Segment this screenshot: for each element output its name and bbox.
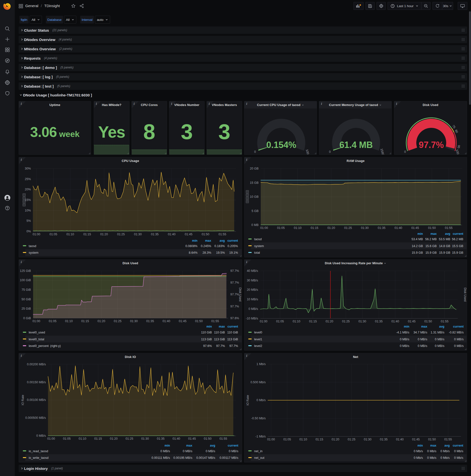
svg-text:97.7%: 97.7% [230,281,239,284]
svg-text:IO Rate: IO Rate [246,395,250,406]
svg-text:01:10: 01:10 [293,320,300,323]
svg-text:01:55: 01:55 [219,437,227,441]
svg-text:97.6%: 97.6% [203,344,212,348]
svg-text:0 Mb/s: 0 Mb/s [427,449,437,453]
svg-text:1.31 MB/s: 1.31 MB/s [431,331,444,334]
svg-text:Disk Used: Disk Used [463,288,467,302]
svg-text:current: current [228,444,238,447]
svg-text:io_write_taosd: io_write_taosd [29,456,49,459]
svg-text:01:15: 01:15 [94,437,102,441]
svg-text:01:30: 01:30 [130,320,138,323]
svg-text:avg: avg [444,444,450,447]
svg-text:total: total [254,251,260,255]
svg-text:14.8 GB: 14.8 GB [439,244,450,248]
svg-text:20 MB/s: 20 MB/s [247,288,258,291]
svg-text:0.00195 MB/s: 0.00195 MB/s [173,456,192,459]
svg-text:01:05: 01:05 [276,320,284,323]
svg-text:1 Mb/s: 1 Mb/s [256,362,266,366]
svg-text:0.00150 MB/s: 0.00150 MB/s [27,381,46,384]
svg-text:1589: 1589 [380,148,385,154]
svg-text:01:35: 01:35 [375,320,383,323]
svg-text:0 MB/s: 0 MB/s [249,307,258,311]
svg-text:0.00100 MB/s: 0.00100 MB/s [27,398,46,402]
svg-text:01:05: 01:05 [277,226,285,230]
svg-text:min: min [206,325,212,328]
svg-text:01:55: 01:55 [444,438,452,441]
svg-text:taosd: taosd [254,238,262,241]
svg-text:01:20: 01:20 [98,320,105,323]
svg-text:01:50: 01:50 [195,320,203,323]
svg-text:113 GiB: 113 GiB [201,338,212,341]
svg-text:max: max [186,444,192,447]
svg-text:110 GiB: 110 GiB [201,331,212,334]
svg-text:current: current [453,444,463,447]
svg-text:0 Mb/s: 0 Mb/s [441,449,450,453]
svg-text:01:25: 01:25 [126,437,133,441]
svg-text:97.7%: 97.7% [230,305,239,308]
svg-text:15.6 GB: 15.6 GB [425,244,437,248]
svg-text:01:30: 01:30 [358,320,366,323]
svg-text:01:05: 01:05 [49,320,56,323]
svg-text:01:40: 01:40 [163,320,170,323]
svg-text:0 MB/s: 0 MB/s [400,338,409,341]
svg-text:01:05: 01:05 [63,437,71,441]
svg-text:15.9 GB: 15.9 GB [425,251,437,255]
svg-text:01:55: 01:55 [219,233,226,236]
svg-text:0 MB/s: 0 MB/s [160,449,170,453]
svg-text:15.9 GB: 15.9 GB [439,251,450,255]
svg-text:5%: 5% [27,219,31,222]
svg-text:01:40: 01:40 [394,226,402,230]
svg-text:95: 95 [457,145,461,149]
svg-text:0 Mb/s: 0 Mb/s [454,456,463,459]
svg-text:0.183%: 0.183% [214,244,225,248]
svg-text:15.9 GB: 15.9 GB [412,251,423,255]
svg-text:01:00: 01:00 [267,438,275,441]
svg-text:level0_used: level0_used [29,331,45,334]
svg-text:01:55: 01:55 [445,226,452,230]
svg-text:01:50: 01:50 [202,233,209,236]
svg-text:io_read_taosd: io_read_taosd [29,449,48,453]
svg-text:01:50: 01:50 [204,437,211,441]
svg-text:0.00147 MB/s: 0.00147 MB/s [196,456,215,459]
svg-text:0 MB/s: 0 MB/s [435,338,444,341]
svg-text:10 GB: 10 GB [250,195,259,199]
svg-text:min: min [418,444,423,447]
svg-text:min: min [165,444,170,447]
svg-text:5 GB: 5 GB [252,209,259,213]
svg-text:01:30: 01:30 [141,437,149,441]
svg-text:0%: 0% [27,230,31,233]
svg-text:01:10: 01:10 [79,437,86,441]
svg-text:01:55: 01:55 [441,320,448,323]
svg-text:113 GiB: 113 GiB [214,338,225,341]
svg-text:10 MB/s: 10 MB/s [247,298,258,301]
svg-text:100 GiB: 100 GiB [20,278,31,282]
svg-text:75 GiB: 75 GiB [22,288,31,291]
svg-text:0.500 Mb/s: 0.500 Mb/s [251,381,266,384]
svg-text:current: current [227,239,238,242]
svg-text:taosd: taosd [29,244,36,248]
svg-text:34.7 MB/s: 34.7 MB/s [413,331,427,334]
svg-text:01:25: 01:25 [348,438,355,441]
svg-text:56.2 MB: 56.2 MB [452,238,463,241]
svg-text:0: 0 [329,150,331,153]
svg-text:avg: avg [445,232,450,236]
svg-text:01:10: 01:10 [65,320,73,323]
svg-text:0.00200 MB/s: 0.00200 MB/s [27,363,46,366]
svg-text:01:40: 01:40 [396,438,404,441]
svg-text:01:40: 01:40 [168,233,175,236]
svg-text:0.0808%: 0.0808% [185,244,198,248]
svg-text:level0_percent (right-y): level0_percent (right-y) [29,344,61,348]
svg-text:01:20: 01:20 [110,437,118,441]
svg-text:25%: 25% [25,177,31,181]
svg-text:01:00: 01:00 [47,437,55,441]
svg-text:01:35: 01:35 [380,438,387,441]
svg-text:system: system [29,251,38,255]
svg-text:0 GiB: 0 GiB [23,317,31,320]
svg-text:20%: 20% [25,188,31,191]
svg-text:-1 Mb/s: -1 Mb/s [255,435,266,438]
svg-text:0: 0 [404,150,406,153]
svg-text:0.154%: 0.154% [266,140,296,150]
svg-text:97.7%: 97.7% [230,269,239,272]
svg-text:net_in: net_in [254,449,263,453]
svg-text:max: max [219,325,225,328]
